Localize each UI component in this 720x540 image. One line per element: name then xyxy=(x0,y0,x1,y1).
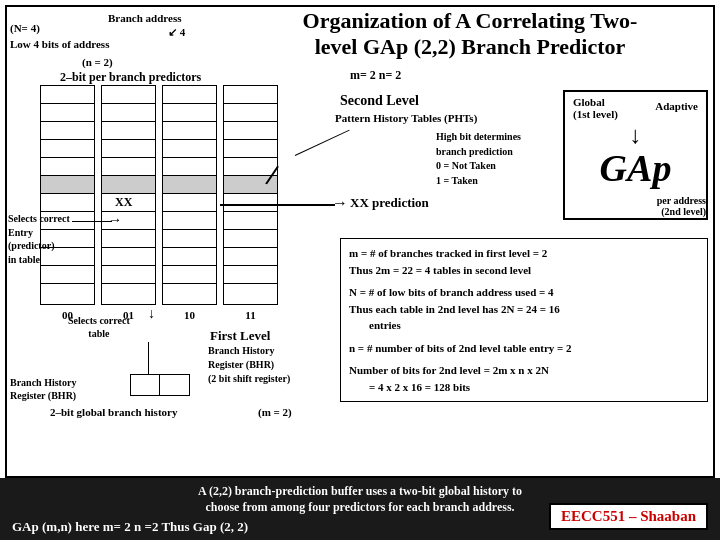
table-cell xyxy=(102,86,155,104)
per-address-label: per address(2nd level) xyxy=(657,195,706,217)
table-cell xyxy=(41,140,94,158)
info-line11: = 4 x 2 x 16 = 128 bits xyxy=(349,379,699,396)
col-label-10: 10 xyxy=(162,309,217,321)
first-level-label: First Level xyxy=(210,328,270,344)
global-box-inner: Global (1st level) Adaptive ↓ GAp xyxy=(565,92,706,191)
table-cell xyxy=(224,230,277,248)
gap-text: GAp xyxy=(569,149,702,187)
table-cell xyxy=(163,104,216,122)
col-label-11: 11 xyxy=(223,309,278,321)
table-cell xyxy=(41,86,94,104)
branch-address-arrow: ↙ 4 xyxy=(168,26,185,39)
xx-arrow-line xyxy=(220,204,335,206)
table-cell xyxy=(102,230,155,248)
branch-address-label: Branch address xyxy=(108,12,181,24)
selects-arrow-head: → xyxy=(108,212,122,228)
two-bit-per-branch-label: 2–bit per branch predictors xyxy=(60,70,201,85)
table-cell xyxy=(163,86,216,104)
table-cell-xx xyxy=(102,176,155,194)
table-cell xyxy=(102,266,155,284)
title-line2: level GAp (2,2) Branch Predictor xyxy=(230,34,710,60)
low4bits-label: Low 4 bits of address xyxy=(10,38,109,50)
info-line1: m = # of branches tracked in first level… xyxy=(349,245,699,262)
table-cell xyxy=(224,122,277,140)
table-cell xyxy=(163,194,216,212)
second-level-label: Second Level xyxy=(340,93,419,109)
table-cell-xx xyxy=(41,176,94,194)
table-cell xyxy=(224,140,277,158)
table-cell xyxy=(163,122,216,140)
pht-label: Pattern History Tables (PHTs) xyxy=(335,112,477,124)
selects-correct-table: Selects correcttable xyxy=(68,314,130,340)
table-col-1 xyxy=(40,85,95,305)
table-cell xyxy=(102,140,155,158)
table-cell xyxy=(224,194,277,212)
info-line2: Thus 2m = 22 = 4 tables in second level xyxy=(349,262,699,279)
info-line4: N = # of low bits of branch address used… xyxy=(349,284,699,301)
table-cell xyxy=(224,248,277,266)
main-container: Organization of A Correlating Two- level… xyxy=(0,0,720,540)
table-cell xyxy=(102,158,155,176)
sel-table-arrow: ↓ xyxy=(148,306,155,322)
table-cell xyxy=(41,122,94,140)
info-line8: n = # number of bits of 2nd level table … xyxy=(349,340,699,357)
table-cell xyxy=(41,194,94,212)
bhr-up-arrow xyxy=(148,342,149,374)
bhr-info-text: Branch HistoryRegister (BHR)(2 bit shift… xyxy=(208,344,290,386)
selects-arrow xyxy=(72,221,112,222)
table-cell xyxy=(41,104,94,122)
table-cell xyxy=(102,104,155,122)
tables-area: 00 01 10 11 xyxy=(40,85,330,345)
high-bit-info: High bit determinesbranch prediction0 = … xyxy=(436,130,521,188)
table-cell xyxy=(163,212,216,230)
info-line10: Number of bits for 2nd level = 2m x n x … xyxy=(349,362,699,379)
table-cell xyxy=(163,248,216,266)
gap-mn-label: GAp (m,n) here m= 2 n =2 Thus Gap (2, 2) xyxy=(12,519,248,535)
info-box: m = # of branches tracked in first level… xyxy=(340,238,708,402)
N4-label: (N= 4) xyxy=(10,22,40,34)
title-area: Organization of A Correlating Two- level… xyxy=(230,8,710,61)
info-line5: Thus each table in 2nd level has 2N = 24… xyxy=(349,301,699,318)
xx-arrow-head: → xyxy=(332,194,348,212)
xx-in-table: XX xyxy=(115,195,132,210)
info-line6: entries xyxy=(349,317,699,334)
table-grid xyxy=(40,85,330,305)
table-cell xyxy=(224,266,277,284)
table-cell xyxy=(224,212,277,230)
m2-bottom-label: (m = 2) xyxy=(258,406,292,418)
n2-label: (n = 2) xyxy=(82,56,113,68)
table-cell xyxy=(102,122,155,140)
bhr-label-left: Branch HistoryRegister (BHR) xyxy=(10,376,76,402)
bottom-text-line1: A (2,2) branch-prediction buffer uses a … xyxy=(0,484,720,499)
global-arrow-down: ↓ xyxy=(569,122,702,149)
m2-n2-label: m= 2 n= 2 xyxy=(350,68,401,83)
bhr-box-1 xyxy=(130,374,160,396)
table-cell xyxy=(163,266,216,284)
table-cell xyxy=(163,140,216,158)
eecc-badge: EECC551 – Shaaban xyxy=(549,503,708,530)
table-cell-xx xyxy=(163,176,216,194)
table-cell xyxy=(163,158,216,176)
table-col-4 xyxy=(223,85,278,305)
table-cell xyxy=(163,230,216,248)
bhr-box-2 xyxy=(160,374,190,396)
xx-prediction-text: XX prediction xyxy=(350,195,429,211)
two-bit-global-label: 2–bit global branch history xyxy=(50,406,177,418)
table-cell xyxy=(224,86,277,104)
title-line1: Organization of A Correlating Two- xyxy=(230,8,710,34)
adaptive-label: Adaptive xyxy=(655,100,698,112)
table-cell xyxy=(102,248,155,266)
selects-correct-entry: Selects correctEntry(predictor)in table xyxy=(8,212,70,266)
table-cell xyxy=(41,266,94,284)
table-col-3 xyxy=(162,85,217,305)
bhr-boxes xyxy=(130,374,190,396)
table-cell xyxy=(224,104,277,122)
table-cell xyxy=(41,158,94,176)
